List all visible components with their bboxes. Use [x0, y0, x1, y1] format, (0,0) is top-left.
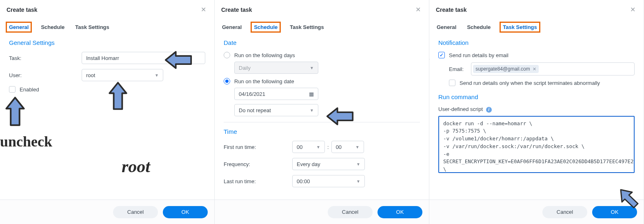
arrow-icon	[4, 95, 26, 127]
chevron-down-icon: ▼	[356, 179, 360, 184]
date-value: 04/16/2021	[239, 91, 265, 97]
repeat-value: Do not repeat	[239, 107, 271, 113]
daily-value: Daily	[239, 65, 251, 71]
annotation-uncheck: uncheck	[0, 133, 52, 150]
send-email-label: Send run details by email	[449, 52, 509, 58]
chevron-down-icon: ▼	[310, 108, 314, 113]
tab-task-settings[interactable]: Task Settings	[74, 22, 110, 32]
daily-select: Daily ▼	[234, 62, 318, 74]
chip-remove-icon[interactable]: ✕	[533, 67, 536, 72]
email-chip: supergate84@gmail.com ✕	[473, 65, 539, 73]
cancel-button[interactable]: Cancel	[328, 206, 373, 218]
tabs: General Schedule Task Settings	[0, 18, 214, 32]
send-email-checkbox[interactable]: ✓	[438, 52, 445, 58]
tab-task-settings[interactable]: Task Settings	[289, 22, 325, 32]
radio-following-days-label: Run on the following days	[234, 52, 295, 58]
arrow-icon	[429, 49, 432, 69]
email-label: Email:	[449, 66, 464, 72]
info-icon[interactable]: i	[486, 107, 492, 113]
script-label: User-defined script	[438, 106, 483, 112]
radio-icon	[224, 52, 230, 58]
frequency-value: Every day	[297, 161, 320, 167]
tab-schedule[interactable]: Schedule	[466, 22, 491, 32]
dialog-title: Create task	[221, 7, 252, 13]
radio-following-days[interactable]: Run on the following days	[224, 52, 420, 58]
user-select-value: root	[86, 72, 95, 78]
arrow-icon	[618, 187, 640, 209]
date-title: Date	[224, 39, 420, 46]
dialog-title: Create task	[436, 7, 467, 13]
abnormal-label: Send run details only when the script te…	[460, 80, 600, 86]
first-run-hour[interactable]: 00 ▼	[292, 141, 325, 153]
time-title: Time	[224, 128, 420, 135]
cancel-button[interactable]: Cancel	[113, 206, 158, 218]
cancel-button[interactable]: Cancel	[542, 206, 587, 218]
user-select[interactable]: root ▼	[82, 69, 163, 81]
enabled-label: Enabled	[20, 86, 39, 93]
radio-following-date-label: Run on the following date	[234, 78, 294, 84]
last-run-select[interactable]: 00:00 ▼	[292, 175, 365, 187]
time-colon: :	[327, 144, 329, 150]
run-command-title: Run command	[438, 93, 635, 100]
panel-schedule: Create task ✕ General Schedule Task Sett…	[215, 0, 429, 224]
first-run-min[interactable]: 00 ▼	[331, 141, 364, 153]
tab-schedule[interactable]: Schedule	[251, 22, 280, 32]
task-label: Task:	[9, 55, 82, 61]
dialog-title: Create task	[7, 7, 38, 13]
last-run-label: Last run time:	[224, 178, 292, 184]
user-label: User:	[9, 72, 82, 78]
script-textarea[interactable]: docker run -d --name=homarr \ -p 7575:75…	[438, 116, 635, 173]
abnormal-checkbox[interactable]	[449, 80, 455, 86]
notification-title: Notification	[438, 39, 635, 46]
panel-task-settings: Create task ✕ General Schedule Task Sett…	[429, 0, 644, 224]
tab-general[interactable]: General	[221, 22, 242, 32]
close-icon[interactable]: ✕	[414, 5, 422, 14]
radio-icon	[224, 78, 230, 84]
chevron-down-icon: ▼	[316, 145, 320, 149]
arrow-icon	[324, 106, 356, 126]
calendar-icon: ▦	[309, 91, 314, 97]
tabs: General Schedule Task Settings	[215, 18, 429, 32]
repeat-select[interactable]: Do not repeat ▼	[234, 104, 318, 116]
general-settings-title: General Settings	[9, 39, 205, 46]
tab-schedule[interactable]: Schedule	[40, 22, 65, 32]
tab-task-settings[interactable]: Task Settings	[500, 22, 540, 32]
date-input[interactable]: 04/16/2021 ▦	[234, 88, 318, 100]
close-icon[interactable]: ✕	[199, 5, 208, 14]
close-icon[interactable]: ✕	[628, 5, 637, 14]
ok-button[interactable]: OK	[163, 206, 208, 218]
enabled-checkbox[interactable]	[9, 86, 16, 93]
email-chip-text: supergate84@gmail.com	[475, 66, 530, 72]
panel-general: Create task ✕ General Schedule Task Sett…	[0, 0, 215, 224]
arrow-icon	[107, 82, 129, 110]
frequency-select[interactable]: Every day ▼	[292, 158, 365, 170]
chevron-down-icon: ▼	[356, 162, 360, 166]
email-input[interactable]: supergate84@gmail.com ✕	[471, 62, 635, 75]
chevron-down-icon: ▼	[155, 73, 159, 78]
frequency-label: Frequency:	[224, 161, 292, 167]
last-run-value: 00:00	[297, 178, 310, 184]
arrow-icon	[162, 50, 194, 70]
annotation-root: root	[122, 157, 150, 176]
ok-button[interactable]: OK	[378, 206, 422, 218]
tab-general[interactable]: General	[7, 22, 31, 32]
tab-general[interactable]: General	[436, 22, 457, 32]
chevron-down-icon: ▼	[355, 145, 360, 149]
tabs: General Schedule Task Settings	[429, 18, 644, 32]
chevron-down-icon: ▼	[310, 66, 314, 70]
first-run-label: First run time:	[224, 144, 292, 150]
radio-following-date[interactable]: Run on the following date	[224, 78, 420, 84]
